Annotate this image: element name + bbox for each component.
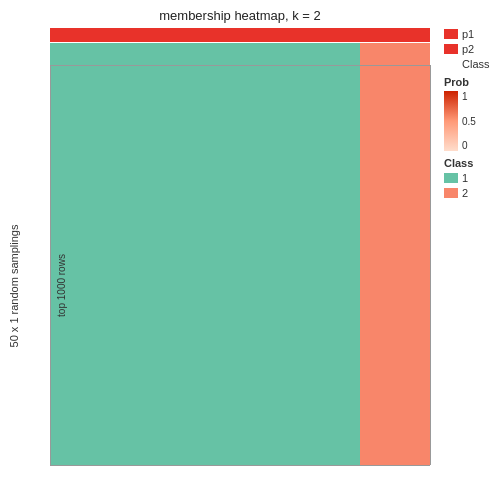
legend-prob-max: 1 (462, 91, 476, 102)
legend-class2-row: 2 (444, 187, 499, 199)
legend-p1-row: p1 (444, 28, 499, 40)
class-bar-left (50, 57, 360, 65)
class-bar-right (360, 57, 430, 65)
legend-p1-label: p1 (462, 28, 474, 40)
p2-bar-right (360, 43, 430, 57)
legend-p2-color (444, 44, 458, 54)
chart-container: membership heatmap, k = 2 50 x 1 random … (0, 0, 504, 504)
legend-prob-gradient (444, 91, 458, 151)
chart-border-left (50, 65, 51, 465)
p2-bar (50, 43, 430, 57)
legend-class-title: Class (444, 157, 499, 169)
legend-class1-color (444, 173, 458, 183)
legend-class-header: Class (462, 58, 490, 70)
legend: p1 p2 Class Prob 1 0.5 0 Class 1 (444, 28, 499, 202)
legend-class2-color (444, 188, 458, 198)
y-axis-outer-label: 50 x 1 random samplings (8, 225, 20, 348)
heatmap-col-teal (50, 65, 360, 465)
legend-class-header-row: Class (444, 58, 499, 70)
legend-prob-title: Prob (444, 76, 499, 88)
chart-title: membership heatmap, k = 2 (50, 8, 430, 23)
chart-border-top (50, 65, 430, 66)
legend-class1-row: 1 (444, 172, 499, 184)
legend-prob-labels: 1 0.5 0 (462, 91, 476, 151)
chart-border-bottom (50, 465, 430, 466)
heatmap-main (50, 65, 430, 465)
class-bar (50, 57, 430, 65)
chart-border-right (430, 65, 431, 465)
p1-bar (50, 28, 430, 42)
legend-p2-label: p2 (462, 43, 474, 55)
p1-bar-right (360, 28, 430, 42)
heatmap-col-salmon (360, 65, 430, 465)
legend-class2-label: 2 (462, 187, 468, 199)
legend-prob-min: 0 (462, 140, 476, 151)
legend-prob-gradient-row: 1 0.5 0 (444, 91, 499, 151)
p2-bar-left (50, 43, 360, 57)
legend-p1-color (444, 29, 458, 39)
legend-class1-label: 1 (462, 172, 468, 184)
y-axis-inner-label: top 1000 rows (56, 254, 67, 317)
legend-prob-mid: 0.5 (462, 116, 476, 127)
legend-p2-row: p2 (444, 43, 499, 55)
p1-bar-left (50, 28, 360, 42)
